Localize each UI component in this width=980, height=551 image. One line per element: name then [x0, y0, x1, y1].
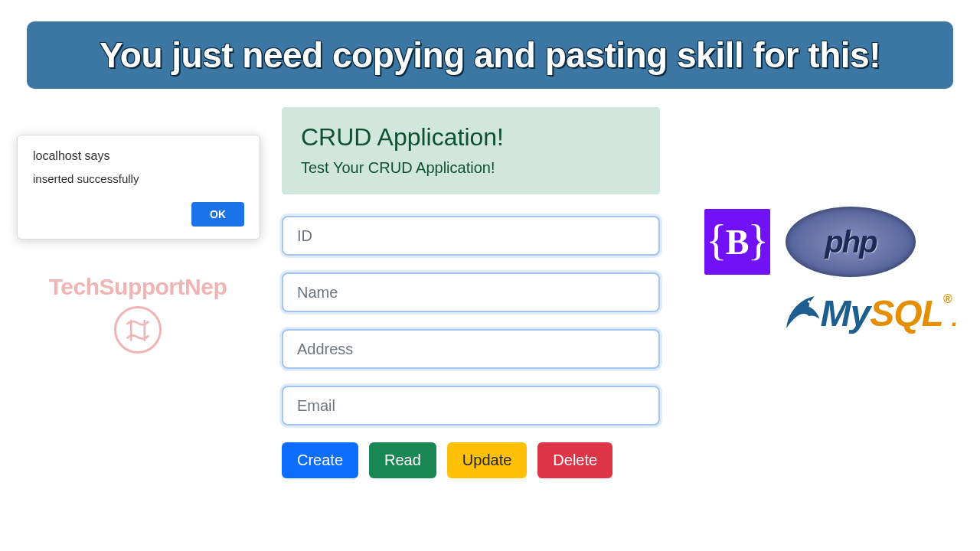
crud-button-row: Create Read Update Delete: [282, 442, 660, 478]
crud-alert-success: CRUD Application! Test Your CRUD Applica…: [282, 107, 660, 194]
alert-message: inserted successfully: [33, 172, 244, 185]
tech-badges: B php MySQL®.: [704, 207, 957, 334]
read-button[interactable]: Read: [369, 442, 436, 478]
mysql-icon: MySQL®.: [704, 292, 957, 334]
id-field[interactable]: [282, 216, 660, 256]
address-field[interactable]: [282, 329, 660, 369]
update-button[interactable]: Update: [447, 442, 528, 478]
delete-button[interactable]: Delete: [537, 442, 612, 478]
bootstrap-icon: B: [704, 209, 770, 275]
mysql-wordmark: MySQL®.: [821, 292, 958, 334]
alert-ok-button[interactable]: OK: [191, 202, 244, 227]
brand-name: TechSupportNep: [23, 274, 253, 300]
create-button[interactable]: Create: [282, 442, 358, 478]
mysql-dolphin-icon: [782, 292, 822, 332]
mysql-sql: SQL: [870, 293, 943, 334]
php-icon: php: [786, 207, 916, 277]
mysql-registered: ®: [943, 292, 952, 305]
mysql-dot: .: [952, 305, 957, 331]
bootstrap-glyph: B: [726, 222, 750, 262]
name-field[interactable]: [282, 272, 660, 312]
crud-panel: CRUD Application! Test Your CRUD Applica…: [282, 107, 660, 478]
svg-point-0: [807, 300, 809, 302]
email-field[interactable]: [282, 386, 660, 425]
alert-origin: localhost says: [33, 149, 244, 163]
js-alert-dialog: localhost says inserted successfully OK: [17, 135, 260, 240]
brand-seal-icon: [114, 306, 162, 354]
php-label: php: [825, 225, 876, 259]
headline-text: You just need copying and pasting skill …: [100, 34, 880, 76]
brand-block: TechSupportNep: [23, 274, 253, 354]
headline-banner: You just need copying and pasting skill …: [27, 21, 953, 89]
crud-title: CRUD Application!: [301, 123, 641, 152]
crud-subtitle: Test Your CRUD Application!: [301, 159, 641, 177]
mysql-my: My: [821, 293, 871, 334]
